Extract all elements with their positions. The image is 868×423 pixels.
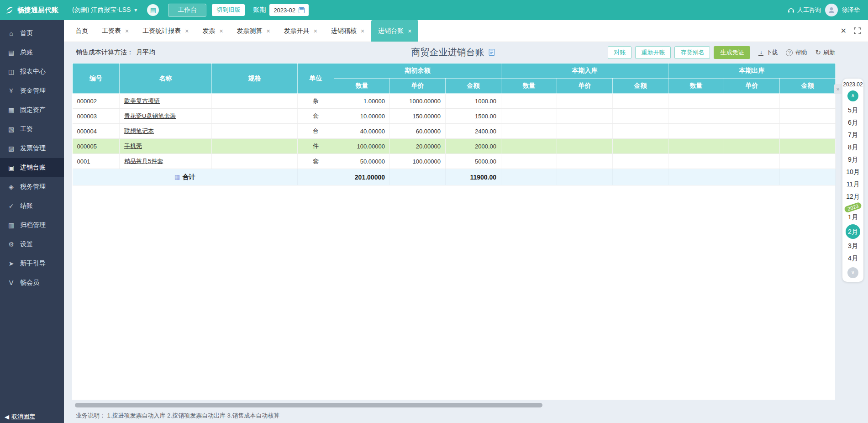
tab-close-icon[interactable]: ×	[125, 27, 129, 35]
sidebar-item-invoice[interactable]: ▨发票管理	[0, 139, 64, 158]
sidebar-item-archive[interactable]: ▥归档管理	[0, 216, 64, 235]
headset-icon	[788, 7, 794, 14]
sidebar-item-membership[interactable]: Ⅴ畅会员	[0, 273, 64, 292]
tab-close-icon[interactable]: ×	[314, 27, 317, 35]
fullscreen-icon[interactable]	[854, 27, 861, 34]
tab-close-icon[interactable]: ×	[408, 27, 411, 35]
tab-payroll-sheet[interactable]: 工资表×	[95, 20, 136, 42]
home-icon: ⌂	[7, 30, 15, 37]
tab-inout-audit[interactable]: 进销稽核×	[324, 20, 371, 42]
month-item[interactable]: 3月	[842, 240, 863, 252]
table-row[interactable]: 000004 联想笔记本 台 40.00000 60.00000 2400.00	[73, 124, 836, 139]
month-item[interactable]: 1月	[842, 211, 863, 223]
tab-payroll-report[interactable]: 工资统计报表×	[136, 20, 195, 42]
table-row[interactable]: 000002 欧美复古项链 条 1.00000 1000.00000 1000.…	[73, 94, 836, 109]
empty-cell	[724, 154, 780, 169]
item-name-link[interactable]: 青花瓷U盘钢笔套装	[124, 112, 176, 119]
item-name-link[interactable]: 联想笔记本	[124, 127, 154, 134]
company-selector[interactable]: (勿删) 江西报宝-LSS ▾	[72, 6, 137, 14]
cell-begin-price: 1000.00000	[390, 94, 446, 109]
tab-inventory-ledger[interactable]: 进销台账×	[371, 20, 418, 42]
sidebar-item-funds[interactable]: ¥资金管理	[0, 81, 64, 100]
reconcile-button[interactable]: 对账	[608, 46, 631, 59]
tab-close-icon[interactable]: ×	[185, 27, 189, 35]
page-title: 商贸企业进销台账	[411, 46, 496, 58]
download-button[interactable]: ↓ 下载	[758, 48, 778, 57]
reopen-account-button[interactable]: 重新开账	[635, 46, 671, 59]
sidebar-item-inventory-ledger[interactable]: ▣进销台账	[0, 158, 64, 177]
table-row[interactable]: 0001 精品茶具5件套 套 50.00000 100.00000 5000.0…	[73, 154, 836, 169]
tab-close-icon[interactable]: ×	[361, 27, 364, 35]
tab-invoice-issue[interactable]: 发票开具×	[277, 20, 324, 42]
empty-cell	[668, 169, 724, 185]
scroll-up-icon[interactable]: ∧	[847, 90, 858, 101]
sub-header-amount: 金额	[780, 79, 836, 94]
month-item[interactable]: 7月	[842, 129, 863, 141]
document-icon[interactable]	[488, 48, 496, 56]
tab-home[interactable]: 首页	[68, 20, 95, 42]
month-item[interactable]: 10月	[842, 166, 863, 178]
sidebar-item-general-ledger[interactable]: ▤总账	[0, 43, 64, 62]
month-item[interactable]: 6月	[842, 116, 863, 129]
empty-cell	[724, 124, 780, 139]
sidebar-item-tax[interactable]: ◈税务管理	[0, 177, 64, 196]
item-name-link[interactable]: 欧美复古项链	[124, 97, 160, 104]
sidebar-item-home[interactable]: ⌂首页	[0, 24, 64, 43]
sidebar-item-report-center[interactable]: ◫报表中心	[0, 62, 64, 81]
help-button[interactable]: ? 帮助	[786, 48, 807, 57]
collapse-period-panel-icon[interactable]: »	[834, 84, 842, 94]
table-header: 编号 名称 规格 单位 期初余额 本期入库 本期出库 数量 单价 金额 数量 单…	[73, 63, 836, 94]
month-item[interactable]: 9月	[842, 153, 863, 166]
tab-invoice[interactable]: 发票×	[195, 20, 230, 42]
cell-name: 精品茶具5件套	[120, 154, 212, 169]
chevron-down-icon: ▾	[134, 7, 137, 13]
month-item[interactable]: 11月	[842, 178, 863, 190]
user-name[interactable]: 徐泽华	[842, 6, 860, 14]
month-item[interactable]: 5月	[842, 104, 863, 116]
item-name-link[interactable]: 手机壳	[124, 143, 142, 149]
table-row[interactable]: 000003 青花瓷U盘钢笔套装 套 10.00000 150.00000 15…	[73, 109, 836, 124]
unpin-sidebar-button[interactable]: ◀ 取消固定	[5, 412, 35, 421]
sidebar-item-closing[interactable]: ✓结账	[0, 196, 64, 216]
generate-voucher-button[interactable]: 生成凭证	[714, 46, 750, 59]
memo-icon[interactable]: ▤	[147, 4, 159, 16]
month-item[interactable]: 4月	[842, 252, 863, 264]
empty-cell	[613, 109, 668, 124]
month-item[interactable]: 12月	[842, 190, 863, 203]
month-item-active[interactable]: 2月	[846, 224, 860, 239]
tab-invoice-calc[interactable]: 发票测算×	[230, 20, 277, 42]
topbar-right: 人工咨询 徐泽华	[788, 4, 868, 16]
item-name-link[interactable]: 精品茶具5件套	[124, 158, 163, 164]
sidebar-item-payroll[interactable]: ▧工资	[0, 120, 64, 139]
inventory-alias-button[interactable]: 存货别名	[674, 46, 710, 59]
tab-close-icon[interactable]: ×	[219, 27, 223, 35]
month-item[interactable]: 8月	[842, 141, 863, 153]
main-area: ⌂首页 ▤总账 ◫报表中心 ¥资金管理 ▦固定资产 ▧工资 ▨发票管理 ▣进销台…	[0, 20, 868, 423]
refresh-button[interactable]: ↻ 刷新	[815, 48, 835, 57]
sub-header-price: 单价	[724, 79, 780, 94]
cell-begin-amount: 1000.00	[446, 94, 501, 109]
period-picker[interactable]: 2023-02	[269, 4, 309, 16]
empty-cell	[613, 94, 668, 109]
table-row-highlighted[interactable]: 000005 手机壳 件 100.00000 20.00000 2000.00	[73, 139, 836, 154]
sidebar-item-fixed-assets[interactable]: ▦固定资产	[0, 100, 64, 120]
close-all-icon[interactable]: ✕	[841, 26, 847, 35]
switch-old-version-button[interactable]: 切到旧版	[212, 4, 245, 16]
cell-begin-price: 100.00000	[390, 154, 446, 169]
group-header-inbound: 本期入库	[501, 63, 668, 79]
horizontal-scrollbar-thumb[interactable]	[75, 403, 542, 407]
sub-header-qty: 数量	[334, 79, 390, 94]
sidebar-item-settings[interactable]: ⚙设置	[0, 235, 64, 254]
tab-close-icon[interactable]: ×	[267, 27, 270, 35]
empty-cell	[501, 109, 557, 124]
support-button[interactable]: 人工咨询	[788, 6, 821, 14]
header-actions: 对账 重新开账 存货别名 生成凭证 ↓ 下载 ? 帮助 ↻ 刷新	[604, 46, 835, 59]
company-name: (勿删) 江西报宝-LSS	[72, 6, 131, 14]
cell-spec	[212, 139, 298, 154]
workbench-button[interactable]: 工作台	[168, 4, 206, 17]
download-icon: ↓	[758, 49, 763, 56]
sidebar-item-guide[interactable]: ➤新手引导	[0, 254, 64, 273]
scroll-down-icon[interactable]: ∨	[847, 267, 858, 278]
ledger-icon: ▤	[7, 49, 15, 56]
avatar[interactable]	[825, 4, 838, 16]
